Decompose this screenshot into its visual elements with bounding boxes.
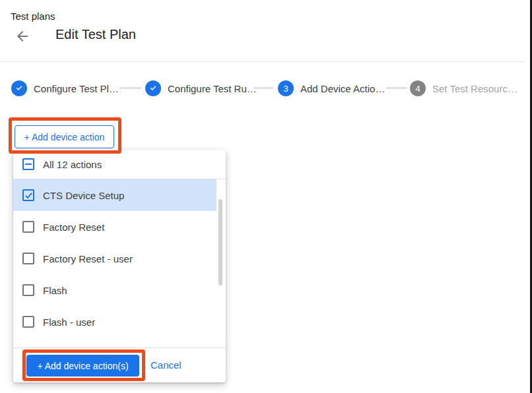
option-label: Factory Reset - user (43, 253, 133, 264)
stepper-step-configure-test-run[interactable]: Configure Test Ru… (145, 80, 257, 96)
unchecked-checkbox-icon[interactable] (22, 253, 34, 264)
unchecked-checkbox-icon[interactable] (22, 221, 34, 233)
option-flash[interactable]: Flash (13, 274, 216, 306)
back-arrow-icon (15, 28, 32, 44)
option-factory-reset-user[interactable]: Factory Reset - user (13, 243, 216, 274)
stepper-connector (385, 87, 407, 89)
stepper-step-set-test-resources[interactable]: 4 Set Test Resourc… (410, 80, 517, 96)
page-title: Edit Test Plan (55, 27, 136, 42)
add-device-action-button[interactable]: + Add device action (15, 125, 114, 148)
step-number-circle: 4 (410, 80, 426, 96)
dropdown-footer-divider (13, 348, 226, 348)
check-icon (15, 83, 24, 94)
step-label: Set Test Resourc… (432, 83, 517, 94)
indeterminate-dash (25, 164, 32, 165)
stepper-step-add-device-action[interactable]: 3 Add Device Actio… (278, 80, 385, 96)
header-divider (0, 61, 524, 62)
add-device-actions-confirm-button[interactable]: + Add device action(s) (26, 355, 139, 377)
unchecked-checkbox-icon[interactable] (22, 316, 34, 328)
device-action-dropdown: All 12 actions CTS Device Setup Factory … (13, 150, 226, 382)
option-factory-reset[interactable]: Factory Reset (13, 211, 216, 243)
checkmark-icon (24, 191, 33, 200)
select-all-label: All 12 actions (43, 159, 102, 170)
step-label: Add Device Actio… (300, 83, 385, 94)
breadcrumb: Test plans (11, 11, 55, 22)
step-label: Configure Test Ru… (168, 83, 257, 94)
option-flash-user[interactable]: Flash - user (13, 306, 216, 338)
stepper-connector (253, 87, 273, 89)
option-label: Factory Reset (43, 222, 104, 233)
step-number-circle: 3 (278, 80, 294, 96)
check-icon (149, 83, 158, 94)
unchecked-checkbox-icon[interactable] (22, 284, 34, 296)
edit-test-plan-page: Test plans Edit Test Plan Configure Test… (0, 0, 532, 393)
option-cts-device-setup[interactable]: CTS Device Setup (13, 179, 216, 211)
step-completed-circle (11, 80, 27, 96)
stepper-connector (119, 87, 142, 89)
dropdown-scrollbar-thumb[interactable] (218, 199, 222, 286)
option-label: Flash - user (43, 317, 95, 328)
option-label: CTS Device Setup (43, 190, 124, 201)
option-list: CTS Device Setup Factory Reset Factory R… (13, 179, 216, 338)
checked-checkbox-icon[interactable] (22, 189, 34, 201)
stepper-step-configure-test-plan[interactable]: Configure Test Pl… (11, 80, 119, 96)
option-label: Flash (43, 285, 67, 296)
step-label: Configure Test Pl… (34, 83, 119, 94)
step-completed-circle (145, 80, 161, 96)
indeterminate-checkbox-icon[interactable] (22, 158, 34, 170)
cancel-button[interactable]: Cancel (150, 359, 182, 371)
back-button[interactable] (15, 28, 32, 45)
select-all-row[interactable]: All 12 actions (13, 150, 226, 179)
